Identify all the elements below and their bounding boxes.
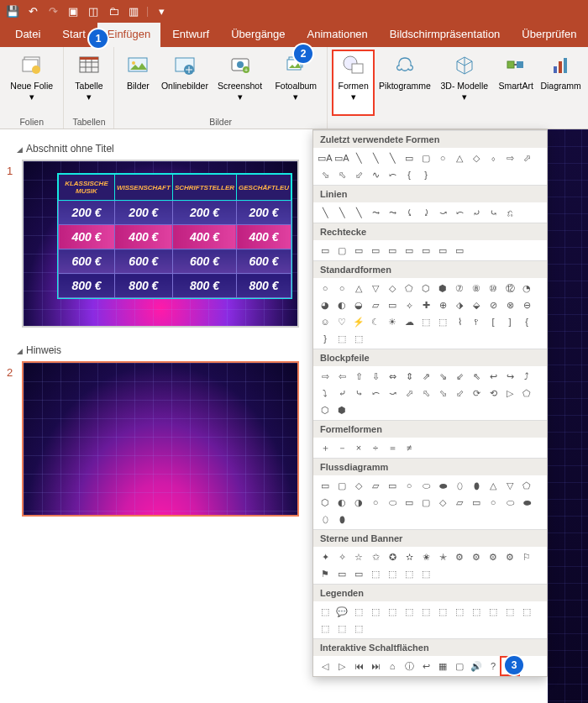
shape-item[interactable]: ⬚ [417,313,434,330]
tab-bildschirmpraesentation[interactable]: Bildschirmpräsentation [380,23,511,47]
shape-item[interactable]: { [401,166,417,183]
shape-item[interactable]: ◔ [518,280,535,296]
shape-item[interactable]: ○ [367,494,384,511]
chart-button[interactable]: Diagramm [538,50,583,115]
shape-item[interactable]: ⬂ [434,385,451,401]
shape-item[interactable]: ▷ [333,658,350,674]
shape-item[interactable]: ⑧ [468,280,485,296]
shape-item[interactable]: ▽ [367,280,384,296]
shape-item[interactable]: ▢ [417,494,434,511]
shape-item[interactable]: ⤾ [468,204,485,221]
shape-item[interactable]: ╲ [350,150,367,166]
shape-item[interactable]: ⬚ [384,565,401,582]
shape-item[interactable]: ⌂ [384,658,401,674]
start-from-beginning-icon[interactable]: ▣ [66,3,81,18]
shape-item[interactable]: ⬢ [434,280,451,296]
shape-item[interactable]: ⬮ [333,511,350,527]
shape-item[interactable]: ⤷ [350,385,367,401]
customize-qat-icon[interactable]: ▾ [154,3,169,18]
tab-entwurf[interactable]: Entwurf [162,23,219,47]
shape-item[interactable]: ✭ [434,548,451,565]
shape-item[interactable]: ╲ [333,204,350,221]
shape-item[interactable]: ⬚ [350,603,367,620]
shape-item[interactable]: ▭ [401,150,417,166]
shape-item[interactable]: ▭ [317,242,333,259]
shape-item[interactable]: ⇕ [401,368,417,385]
shape-item[interactable]: ⚙ [468,548,485,565]
shape-item[interactable]: ⤿ [485,204,501,221]
shape-item[interactable]: ⤳ [367,204,384,221]
shape-item[interactable]: ◐ [333,494,350,511]
shape-item[interactable]: ⬠ [401,280,417,296]
shape-item[interactable]: ⬚ [367,565,384,582]
shape-item[interactable]: ? [485,658,501,674]
shape-item[interactable]: ⟳ [468,385,485,401]
shape-item[interactable]: ⬚ [384,603,401,620]
shape-item[interactable]: ⤵ [317,385,333,401]
screenshot-button[interactable]: + Screenshot ▾ [213,50,266,115]
shape-item[interactable]: ▭ [367,242,384,259]
shape-item[interactable]: ◇ [384,280,401,296]
shape-item[interactable]: ⬗ [451,296,468,313]
shape-item[interactable]: ⚑ [317,565,333,582]
shape-item[interactable]: ▱ [367,296,384,313]
shape-item[interactable]: ⚙ [451,548,468,565]
shape-item[interactable]: ◁ [317,658,333,674]
shape-item[interactable]: ⬚ [501,603,518,620]
shape-item[interactable]: ○ [317,280,333,296]
shape-item[interactable]: ▭ [333,565,350,582]
shape-item[interactable]: ⬭ [384,494,401,511]
shape-item[interactable]: ☁ [401,313,417,330]
shape-item[interactable]: ⟲ [485,385,501,401]
shape-item[interactable]: ⤶ [333,385,350,401]
shape-item[interactable]: ⬚ [401,603,417,620]
shape-item[interactable]: ⇘ [434,368,451,385]
shape-item[interactable]: ▭ [451,242,468,259]
slide-edit-area[interactable] [548,129,588,703]
shape-item[interactable]: ＝ [384,439,401,456]
shape-item[interactable]: ♡ [333,313,350,330]
shape-item[interactable]: ⚡ [350,313,367,330]
shape-item[interactable]: ⬁ [333,166,350,183]
shape-item[interactable]: ⇨ [501,150,518,166]
shape-item[interactable]: × [350,439,367,456]
redo-icon[interactable]: ↷ [45,3,60,18]
new-slide-button[interactable]: Neue Folie ▾ [5,50,58,115]
table-button[interactable]: Tabelle ▾ [69,50,108,115]
shape-item[interactable]: ▭ [317,477,333,494]
shape-item[interactable]: ↪ [501,368,518,385]
shape-item[interactable]: ◑ [350,494,367,511]
shape-item[interactable]: ⑦ [451,280,468,296]
shape-item[interactable]: △ [451,150,468,166]
shape-item[interactable]: ⟡ [401,296,417,313]
shape-item[interactable]: ⬢ [333,401,350,418]
shape-item[interactable]: ⇩ [367,368,384,385]
shape-item[interactable]: ⤴ [518,368,535,385]
shape-item[interactable]: ▭ [417,242,434,259]
shape-item[interactable]: ⚐ [518,548,535,565]
shape-item[interactable]: ▷ [501,385,518,401]
shape-item[interactable]: ✪ [384,548,401,565]
shape-item[interactable]: ⊕ [434,296,451,313]
shape-item[interactable]: ✦ [317,548,333,565]
open-icon[interactable]: 🗀 [106,3,121,18]
shape-item[interactable]: ⬚ [317,620,333,637]
shape-item[interactable]: ⇙ [451,368,468,385]
slide-thumbnail-1[interactable]: KLASSISCHE MUSIKWISSENSCHAFTSCHRIFTSTELL… [22,160,299,328]
shape-item[interactable]: ✧ [333,548,350,565]
shape-item[interactable]: ⤹ [401,204,417,221]
shape-item[interactable]: ⬚ [468,603,485,620]
shape-item[interactable]: ⬚ [434,313,451,330]
shape-item[interactable]: 💬 [333,603,350,620]
shape-item[interactable]: ⬚ [350,620,367,637]
shape-item[interactable]: ◒ [350,296,367,313]
shape-item[interactable]: ▭ [350,565,367,582]
shape-item[interactable]: ⬙ [468,296,485,313]
shape-item[interactable]: ▭ [384,296,401,313]
shape-item[interactable]: ⬠ [518,385,535,401]
shape-item[interactable]: ÷ [367,439,384,456]
shape-item[interactable]: ⇨ [317,368,333,385]
shape-item[interactable]: ⌇ [451,313,468,330]
shape-item[interactable]: ＋ [317,439,333,456]
shape-item[interactable]: ╲ [367,150,384,166]
